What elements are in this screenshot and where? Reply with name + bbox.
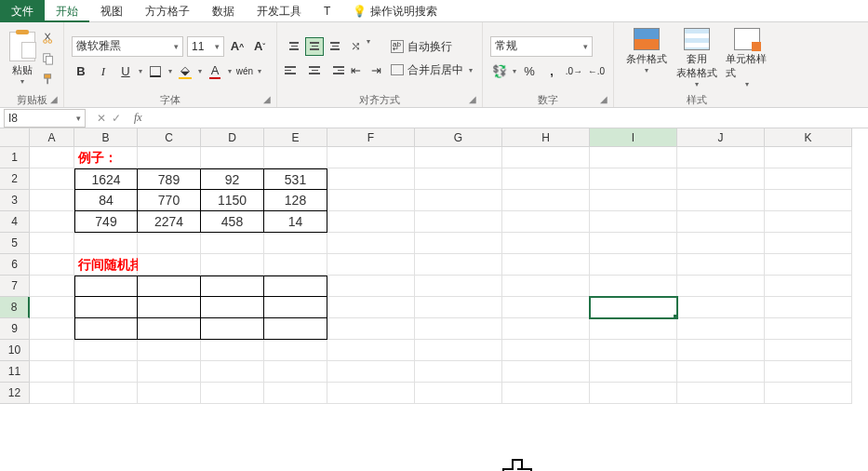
cell-D6[interactable] <box>201 254 264 276</box>
cell-H9[interactable] <box>502 318 590 340</box>
col-header-I[interactable]: I <box>590 128 677 147</box>
cell-A11[interactable] <box>30 361 74 383</box>
cell-E11[interactable] <box>264 361 327 383</box>
cell-K10[interactable] <box>765 340 852 361</box>
cell-G5[interactable] <box>415 233 502 254</box>
worksheet-grid[interactable]: A B C D E F G H I J K 1 例子： 2 1624 7 <box>0 128 868 404</box>
align-left-button[interactable] <box>285 61 303 80</box>
increase-font-icon[interactable]: A^ <box>228 37 247 56</box>
tab-view[interactable]: 视图 <box>89 0 134 22</box>
copy-icon[interactable] <box>41 51 56 66</box>
orientation-button[interactable]: ⤭ <box>346 37 365 56</box>
col-header-F[interactable]: F <box>327 128 415 147</box>
cell-J3[interactable] <box>677 190 765 211</box>
cell-E2[interactable]: 531 <box>264 168 327 190</box>
cell-K8[interactable] <box>765 297 852 318</box>
cell-J6[interactable] <box>677 254 765 276</box>
row-header-5[interactable]: 5 <box>0 233 30 254</box>
cell-I1[interactable] <box>590 147 677 168</box>
col-header-E[interactable]: E <box>264 128 327 147</box>
cell-J10[interactable] <box>677 340 765 361</box>
cell-I6[interactable] <box>590 254 677 276</box>
fx-icon[interactable]: fx <box>128 111 148 125</box>
decrease-decimal-button[interactable]: ←.0 <box>587 62 606 81</box>
tab-square[interactable]: 方方格子 <box>134 0 201 22</box>
phonetic-button[interactable]: wén <box>235 62 254 81</box>
underline-button[interactable]: U <box>116 62 135 81</box>
cell-D3[interactable]: 1150 <box>201 190 264 211</box>
cell-K2[interactable] <box>765 168 852 190</box>
col-header-G[interactable]: G <box>415 128 502 147</box>
align-center-button[interactable] <box>305 61 324 80</box>
col-header-H[interactable]: H <box>502 128 590 147</box>
cell-E8[interactable] <box>264 297 327 318</box>
enter-formula-icon[interactable]: ✓ <box>112 112 121 125</box>
bold-button[interactable]: B <box>72 62 90 81</box>
cell-B2[interactable]: 1624 <box>74 168 138 190</box>
tab-data[interactable]: 数据 <box>201 0 246 22</box>
align-middle-button[interactable] <box>305 37 324 56</box>
cell-K1[interactable] <box>765 147 852 168</box>
cell-D1[interactable] <box>201 147 264 168</box>
wrap-text-button[interactable]: ab↵自动换行 <box>391 39 473 55</box>
italic-button[interactable]: I <box>94 62 113 81</box>
cell-J7[interactable] <box>677 276 765 297</box>
cell-D9[interactable] <box>201 318 264 340</box>
row-header-8[interactable]: 8 <box>0 297 30 318</box>
cell-D10[interactable] <box>201 340 264 361</box>
cell-C6[interactable] <box>138 254 201 276</box>
col-header-J[interactable]: J <box>677 128 765 147</box>
cell-K6[interactable] <box>765 254 852 276</box>
row-header-10[interactable]: 10 <box>0 340 30 361</box>
cell-B8[interactable] <box>74 297 138 318</box>
cell-F1[interactable] <box>327 147 415 168</box>
cell-F2[interactable] <box>327 168 415 190</box>
cell-D4[interactable]: 458 <box>201 211 264 233</box>
conditional-format-button[interactable]: 条件格式▾ <box>625 28 668 88</box>
cell-J8[interactable] <box>677 297 765 318</box>
cell-C2[interactable]: 789 <box>138 168 201 190</box>
cell-K9[interactable] <box>765 318 852 340</box>
align-bottom-button[interactable] <box>326 37 344 56</box>
cell-B3[interactable]: 84 <box>74 190 138 211</box>
cell-A12[interactable] <box>30 383 74 404</box>
cell-B5[interactable] <box>74 233 138 254</box>
border-button[interactable] <box>146 62 165 81</box>
cell-I4[interactable] <box>590 211 677 233</box>
cell-F6[interactable] <box>327 254 415 276</box>
cell-C1[interactable] <box>138 147 201 168</box>
cell-H12[interactable] <box>502 383 590 404</box>
number-format-combo[interactable]: 常规▾ <box>490 36 593 57</box>
cell-H5[interactable] <box>502 233 590 254</box>
cell-J1[interactable] <box>677 147 765 168</box>
row-header-6[interactable]: 6 <box>0 254 30 276</box>
cell-F5[interactable] <box>327 233 415 254</box>
cell-G2[interactable] <box>415 168 502 190</box>
cell-J4[interactable] <box>677 211 765 233</box>
row-header-12[interactable]: 12 <box>0 383 30 404</box>
col-header-K[interactable]: K <box>765 128 852 147</box>
cell-G6[interactable] <box>415 254 502 276</box>
cell-E9[interactable] <box>264 318 327 340</box>
cell-A10[interactable] <box>30 340 74 361</box>
format-as-table-button[interactable]: 套用 表格格式▾ <box>675 28 718 88</box>
cell-D7[interactable] <box>201 276 264 297</box>
cell-I3[interactable] <box>590 190 677 211</box>
cell-B12[interactable] <box>74 383 138 404</box>
cell-A1[interactable] <box>30 147 74 168</box>
cell-I8[interactable] <box>590 297 677 318</box>
cell-E6[interactable] <box>264 254 327 276</box>
cell-styles-button[interactable]: 单元格样式▾ <box>726 28 768 88</box>
cell-G10[interactable] <box>415 340 502 361</box>
cell-A6[interactable] <box>30 254 74 276</box>
cell-K11[interactable] <box>765 361 852 383</box>
font-launcher[interactable]: ◢ <box>263 92 271 107</box>
cell-K3[interactable] <box>765 190 852 211</box>
cell-F11[interactable] <box>327 361 415 383</box>
paste-button[interactable]: 粘贴 ▾ <box>6 30 39 87</box>
tab-file[interactable]: 文件 <box>0 0 45 22</box>
cell-I12[interactable] <box>590 383 677 404</box>
align-top-button[interactable] <box>285 37 303 56</box>
cell-E12[interactable] <box>264 383 327 404</box>
merge-center-button[interactable]: 合并后居中▾ <box>391 62 473 78</box>
